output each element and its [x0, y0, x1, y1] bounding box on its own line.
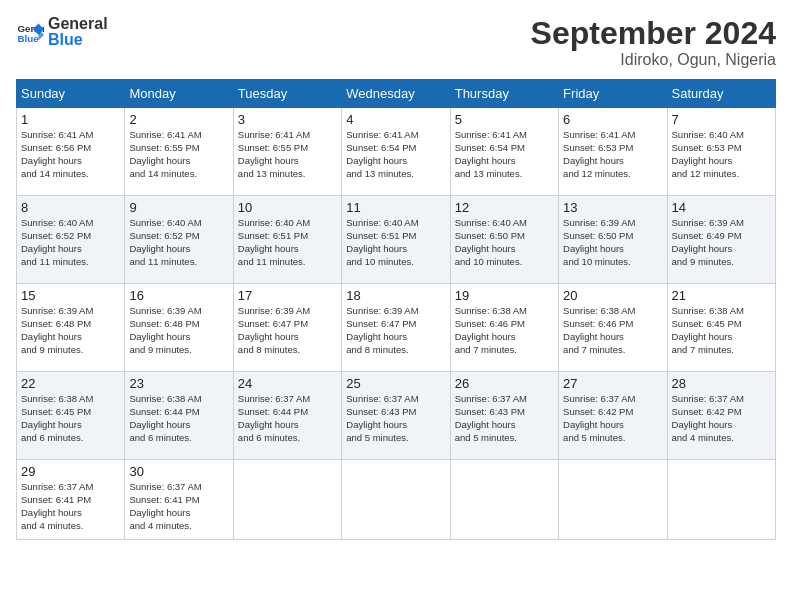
day-detail: Sunrise: 6:39 AMSunset: 6:47 PMDaylight … [346, 305, 445, 356]
day-header-sunday: Sunday [17, 80, 125, 108]
day-number: 19 [455, 288, 554, 303]
day-number: 9 [129, 200, 228, 215]
day-number: 7 [672, 112, 771, 127]
day-detail: Sunrise: 6:37 AMSunset: 6:41 PMDaylight … [21, 481, 120, 532]
calendar-cell: 20Sunrise: 6:38 AMSunset: 6:46 PMDayligh… [559, 284, 667, 372]
calendar-cell: 22Sunrise: 6:38 AMSunset: 6:45 PMDayligh… [17, 372, 125, 460]
day-number: 20 [563, 288, 662, 303]
calendar-cell: 2Sunrise: 6:41 AMSunset: 6:55 PMDaylight… [125, 108, 233, 196]
day-number: 18 [346, 288, 445, 303]
day-detail: Sunrise: 6:40 AMSunset: 6:53 PMDaylight … [672, 129, 771, 180]
calendar-cell: 6Sunrise: 6:41 AMSunset: 6:53 PMDaylight… [559, 108, 667, 196]
day-detail: Sunrise: 6:41 AMSunset: 6:55 PMDaylight … [238, 129, 337, 180]
calendar-cell: 15Sunrise: 6:39 AMSunset: 6:48 PMDayligh… [17, 284, 125, 372]
calendar-cell: 7Sunrise: 6:40 AMSunset: 6:53 PMDaylight… [667, 108, 775, 196]
day-number: 10 [238, 200, 337, 215]
calendar-cell: 27Sunrise: 6:37 AMSunset: 6:42 PMDayligh… [559, 372, 667, 460]
day-header-saturday: Saturday [667, 80, 775, 108]
day-number: 30 [129, 464, 228, 479]
day-detail: Sunrise: 6:37 AMSunset: 6:42 PMDaylight … [672, 393, 771, 444]
day-detail: Sunrise: 6:40 AMSunset: 6:51 PMDaylight … [238, 217, 337, 268]
header: General Blue General Blue September 2024… [16, 16, 776, 69]
day-header-friday: Friday [559, 80, 667, 108]
day-detail: Sunrise: 6:41 AMSunset: 6:53 PMDaylight … [563, 129, 662, 180]
calendar-cell: 28Sunrise: 6:37 AMSunset: 6:42 PMDayligh… [667, 372, 775, 460]
calendar-cell: 1Sunrise: 6:41 AMSunset: 6:56 PMDaylight… [17, 108, 125, 196]
day-detail: Sunrise: 6:40 AMSunset: 6:50 PMDaylight … [455, 217, 554, 268]
calendar-cell: 26Sunrise: 6:37 AMSunset: 6:43 PMDayligh… [450, 372, 558, 460]
calendar-cell: 3Sunrise: 6:41 AMSunset: 6:55 PMDaylight… [233, 108, 341, 196]
day-number: 12 [455, 200, 554, 215]
calendar-cell: 24Sunrise: 6:37 AMSunset: 6:44 PMDayligh… [233, 372, 341, 460]
day-detail: Sunrise: 6:38 AMSunset: 6:44 PMDaylight … [129, 393, 228, 444]
day-number: 15 [21, 288, 120, 303]
day-detail: Sunrise: 6:38 AMSunset: 6:46 PMDaylight … [455, 305, 554, 356]
day-number: 29 [21, 464, 120, 479]
day-number: 24 [238, 376, 337, 391]
day-number: 5 [455, 112, 554, 127]
day-detail: Sunrise: 6:37 AMSunset: 6:43 PMDaylight … [346, 393, 445, 444]
logo: General Blue General Blue [16, 16, 108, 48]
day-detail: Sunrise: 6:38 AMSunset: 6:46 PMDaylight … [563, 305, 662, 356]
calendar-week-row: 1Sunrise: 6:41 AMSunset: 6:56 PMDaylight… [17, 108, 776, 196]
day-detail: Sunrise: 6:37 AMSunset: 6:44 PMDaylight … [238, 393, 337, 444]
day-detail: Sunrise: 6:39 AMSunset: 6:47 PMDaylight … [238, 305, 337, 356]
calendar-cell: 23Sunrise: 6:38 AMSunset: 6:44 PMDayligh… [125, 372, 233, 460]
day-detail: Sunrise: 6:40 AMSunset: 6:51 PMDaylight … [346, 217, 445, 268]
day-number: 4 [346, 112, 445, 127]
calendar-cell [667, 460, 775, 540]
day-detail: Sunrise: 6:38 AMSunset: 6:45 PMDaylight … [21, 393, 120, 444]
calendar-cell: 8Sunrise: 6:40 AMSunset: 6:52 PMDaylight… [17, 196, 125, 284]
calendar-cell: 17Sunrise: 6:39 AMSunset: 6:47 PMDayligh… [233, 284, 341, 372]
day-number: 27 [563, 376, 662, 391]
month-title: September 2024 [531, 16, 776, 51]
day-header-monday: Monday [125, 80, 233, 108]
logo-icon: General Blue [16, 18, 44, 46]
calendar-table: SundayMondayTuesdayWednesdayThursdayFrid… [16, 79, 776, 540]
calendar-cell: 21Sunrise: 6:38 AMSunset: 6:45 PMDayligh… [667, 284, 775, 372]
day-detail: Sunrise: 6:40 AMSunset: 6:52 PMDaylight … [21, 217, 120, 268]
day-detail: Sunrise: 6:37 AMSunset: 6:42 PMDaylight … [563, 393, 662, 444]
day-number: 25 [346, 376, 445, 391]
day-number: 21 [672, 288, 771, 303]
calendar-week-row: 22Sunrise: 6:38 AMSunset: 6:45 PMDayligh… [17, 372, 776, 460]
calendar-cell: 29Sunrise: 6:37 AMSunset: 6:41 PMDayligh… [17, 460, 125, 540]
calendar-cell: 4Sunrise: 6:41 AMSunset: 6:54 PMDaylight… [342, 108, 450, 196]
day-number: 6 [563, 112, 662, 127]
calendar-cell: 14Sunrise: 6:39 AMSunset: 6:49 PMDayligh… [667, 196, 775, 284]
calendar-cell: 11Sunrise: 6:40 AMSunset: 6:51 PMDayligh… [342, 196, 450, 284]
calendar-cell [342, 460, 450, 540]
calendar-cell: 30Sunrise: 6:37 AMSunset: 6:41 PMDayligh… [125, 460, 233, 540]
day-number: 2 [129, 112, 228, 127]
day-detail: Sunrise: 6:38 AMSunset: 6:45 PMDaylight … [672, 305, 771, 356]
day-detail: Sunrise: 6:39 AMSunset: 6:48 PMDaylight … [21, 305, 120, 356]
day-header-thursday: Thursday [450, 80, 558, 108]
calendar-week-row: 29Sunrise: 6:37 AMSunset: 6:41 PMDayligh… [17, 460, 776, 540]
page-container: General Blue General Blue September 2024… [0, 0, 792, 612]
day-detail: Sunrise: 6:37 AMSunset: 6:43 PMDaylight … [455, 393, 554, 444]
title-block: September 2024 Idiroko, Ogun, Nigeria [531, 16, 776, 69]
day-detail: Sunrise: 6:39 AMSunset: 6:50 PMDaylight … [563, 217, 662, 268]
day-number: 14 [672, 200, 771, 215]
calendar-cell [450, 460, 558, 540]
calendar-week-row: 8Sunrise: 6:40 AMSunset: 6:52 PMDaylight… [17, 196, 776, 284]
calendar-cell: 5Sunrise: 6:41 AMSunset: 6:54 PMDaylight… [450, 108, 558, 196]
day-number: 16 [129, 288, 228, 303]
day-detail: Sunrise: 6:39 AMSunset: 6:49 PMDaylight … [672, 217, 771, 268]
day-number: 23 [129, 376, 228, 391]
day-detail: Sunrise: 6:39 AMSunset: 6:48 PMDaylight … [129, 305, 228, 356]
calendar-cell: 19Sunrise: 6:38 AMSunset: 6:46 PMDayligh… [450, 284, 558, 372]
calendar-cell [559, 460, 667, 540]
calendar-cell: 12Sunrise: 6:40 AMSunset: 6:50 PMDayligh… [450, 196, 558, 284]
day-detail: Sunrise: 6:40 AMSunset: 6:52 PMDaylight … [129, 217, 228, 268]
calendar-cell: 16Sunrise: 6:39 AMSunset: 6:48 PMDayligh… [125, 284, 233, 372]
location: Idiroko, Ogun, Nigeria [531, 51, 776, 69]
day-detail: Sunrise: 6:41 AMSunset: 6:56 PMDaylight … [21, 129, 120, 180]
day-header-wednesday: Wednesday [342, 80, 450, 108]
day-detail: Sunrise: 6:41 AMSunset: 6:55 PMDaylight … [129, 129, 228, 180]
day-detail: Sunrise: 6:37 AMSunset: 6:41 PMDaylight … [129, 481, 228, 532]
day-detail: Sunrise: 6:41 AMSunset: 6:54 PMDaylight … [346, 129, 445, 180]
day-number: 8 [21, 200, 120, 215]
day-number: 26 [455, 376, 554, 391]
day-number: 22 [21, 376, 120, 391]
